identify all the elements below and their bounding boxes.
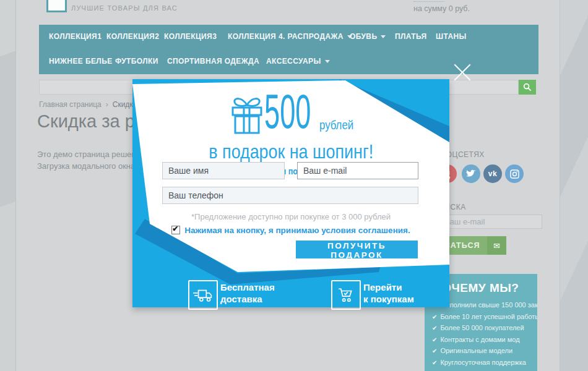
free-delivery-icon-box[interactable] (188, 280, 218, 310)
why-us-list: ✔Выполнили свыше 150 000 заказов✔Более 1… (425, 301, 537, 366)
go-shopping-label[interactable]: Перейти к покупкам (363, 281, 414, 305)
email-field[interactable] (297, 162, 418, 179)
vk-icon[interactable]: vk (483, 164, 502, 183)
close-icon[interactable] (452, 62, 472, 82)
nav-item[interactable]: НИЖНЕЕ БЕЛЬЕ (49, 57, 113, 66)
truck-icon (193, 288, 213, 302)
envelope-icon: ✉ (487, 236, 506, 255)
list-item: ✔Более 50 000 покупателей (432, 324, 537, 331)
site-logo[interactable] (46, 0, 67, 12)
list-item: ✔Круглосуточная поддержка (432, 359, 537, 366)
modal-title: в подарок на шопинг! (132, 140, 449, 163)
gift-modal: 500 рублей в подарок на шопинг! Зарегист… (132, 79, 449, 307)
nav-item[interactable]: КОЛЛЕКЦИЯ2 (106, 32, 159, 41)
check-icon: ✔ (432, 313, 437, 320)
nav-row-1: КОЛЛЕКЦИЯ1КОЛЛЕКЦИЯ2КОЛЛЕКЦИЯ3КОЛЛЕКЦИЯ … (39, 32, 538, 45)
check-icon: ✔ (432, 325, 437, 331)
cart-icon (338, 287, 354, 303)
page-title: Скидка за ре (37, 111, 145, 132)
check-icon: ✔ (432, 359, 437, 366)
search-button[interactable] (519, 80, 536, 95)
cart-link-underline[interactable] (413, 1, 444, 2)
chevron-down-icon (325, 60, 330, 63)
twitter-icon[interactable] (462, 164, 480, 183)
check-icon: ✔ (432, 348, 437, 354)
breadcrumb-home[interactable]: Главная страница (39, 100, 102, 109)
nav-item[interactable]: ШТАНЫ (436, 32, 467, 41)
chevron-down-icon (381, 35, 386, 38)
nav-item[interactable]: АКСЕССУАРЫ (266, 57, 330, 66)
list-item: ✔Контракты с домами мод (432, 336, 537, 343)
instagram-icon[interactable] (505, 164, 524, 183)
site-tagline: ЛУЧШИЕ ТОВАРЫ ДЛЯ ВАС (71, 4, 178, 12)
gift-amount: 500 (264, 87, 311, 136)
check-icon: ✔ (432, 336, 437, 343)
phone-field[interactable] (162, 187, 418, 204)
offer-note: *Предложение доступно при покупке от 3 0… (132, 212, 449, 221)
breadcrumb-separator: › (106, 100, 108, 109)
name-field[interactable] (162, 162, 285, 179)
list-item: ✔Оригинальные модели (432, 347, 537, 354)
nav-item[interactable]: КОЛЛЕКЦИЯ3 (164, 32, 217, 41)
nav-item[interactable]: СПОРТИВНАЯ ОДЕЖДА (167, 57, 259, 66)
nav-item[interactable]: ПЛАТЬЯ (395, 32, 427, 41)
search-icon (523, 83, 532, 92)
page-root: ЛУЧШИЕ ТОВАРЫ ДЛЯ ВАС на сумму 0 руб. КО… (0, 0, 588, 371)
agreement-link[interactable]: Нажимая на кнопку, я принимаю условия со… (184, 226, 410, 235)
gift-icon (230, 94, 264, 135)
go-shopping-icon-box[interactable] (331, 280, 361, 310)
nav-item[interactable]: КОЛЛЕКЦИЯ1 (49, 32, 102, 41)
get-gift-button[interactable]: ПОЛУЧИТЬ ПОДАРОК (296, 241, 418, 258)
list-item: ✔Более 10 лет успешной работы (432, 313, 537, 320)
agreement-row: ✔Нажимая на кнопку, я принимаю условия с… (132, 226, 449, 235)
nav-item[interactable]: ОБУВЬ (350, 32, 386, 41)
nav-item[interactable]: КОЛЛЕКЦИЯ 4. РАСПРОДАЖА (228, 32, 352, 41)
agreement-checkbox[interactable]: ✔ (171, 226, 180, 234)
cart-total: на сумму 0 руб. (413, 4, 470, 13)
free-delivery-label[interactable]: Бесплатная доставка (220, 281, 275, 305)
nav-item[interactable]: ФУТБОЛКИ (115, 57, 158, 66)
gift-currency: рублей (319, 117, 353, 132)
